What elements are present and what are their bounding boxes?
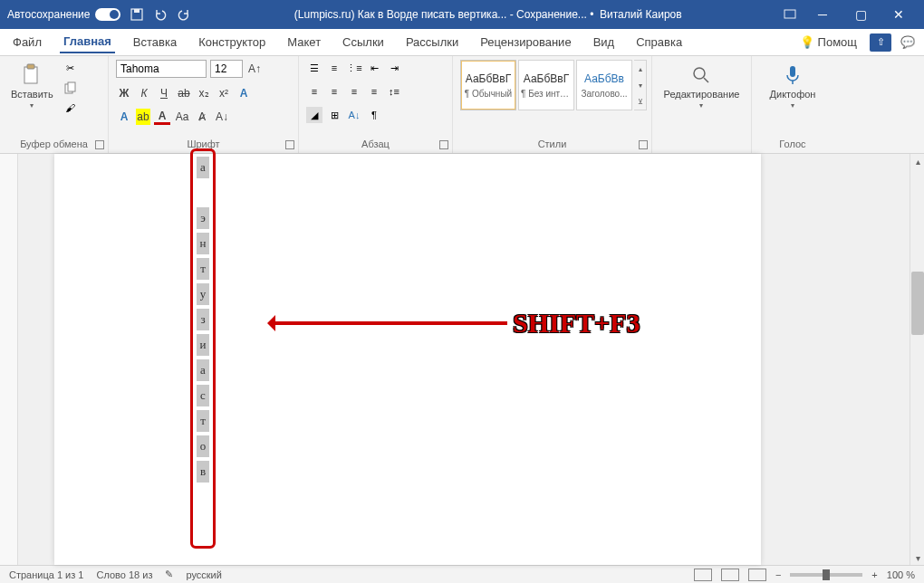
- word-count[interactable]: Слово 18 из: [96, 569, 152, 580]
- undo-icon[interactable]: [153, 7, 168, 22]
- vertical-scrollbar[interactable]: ▴ ▾: [910, 154, 924, 565]
- align-center-icon[interactable]: ≡: [326, 83, 342, 100]
- font-name-combo[interactable]: Tahoma: [116, 60, 207, 78]
- style-heading1[interactable]: АаБбВв Заголово...: [576, 60, 632, 110]
- share-button[interactable]: ⇧: [870, 33, 891, 52]
- scroll-up-icon[interactable]: ▴: [910, 154, 924, 168]
- char[interactable]: в: [197, 461, 209, 483]
- zoom-slider[interactable]: [790, 573, 862, 577]
- decrease-indent-icon[interactable]: ⇤: [366, 60, 382, 76]
- tab-file[interactable]: Файл: [9, 32, 45, 53]
- char[interactable]: и: [197, 334, 209, 356]
- font-dialog-launcher[interactable]: [285, 140, 294, 149]
- char[interactable]: э: [197, 207, 209, 229]
- spellcheck-icon[interactable]: ✎: [165, 569, 173, 580]
- char[interactable]: у: [197, 283, 209, 305]
- char[interactable]: а: [197, 157, 209, 178]
- multilevel-icon[interactable]: ⋮≡: [346, 60, 362, 76]
- justify-icon[interactable]: ≡: [366, 83, 382, 100]
- char[interactable]: с: [197, 385, 209, 406]
- highlight-icon[interactable]: ab: [136, 109, 150, 125]
- tab-design[interactable]: Конструктор: [195, 32, 269, 53]
- shrink-font-icon[interactable]: A↓: [214, 109, 230, 125]
- numbering-icon[interactable]: ≡: [326, 60, 342, 76]
- paste-button[interactable]: Вставить ▾: [7, 60, 57, 113]
- line-spacing-icon[interactable]: ↕≡: [386, 83, 402, 100]
- tab-insert[interactable]: Вставка: [130, 32, 180, 53]
- vertical-ruler[interactable]: [0, 154, 18, 565]
- show-marks-icon[interactable]: ¶: [366, 107, 382, 123]
- strike-button[interactable]: ab: [176, 85, 192, 101]
- clear-format-icon[interactable]: A̷: [194, 109, 210, 125]
- char[interactable]: [197, 182, 209, 204]
- minimize-button[interactable]: ─: [804, 0, 841, 29]
- scrollbar-thumb[interactable]: [911, 272, 924, 335]
- document-area: а э н т у з и а с т о в SHIFT+F3 ▴ ▾: [0, 154, 924, 565]
- gallery-down-icon[interactable]: ▾: [634, 77, 646, 93]
- borders-icon[interactable]: ⊞: [326, 107, 342, 123]
- language-indicator[interactable]: русский: [186, 569, 221, 580]
- redo-icon[interactable]: [177, 7, 191, 22]
- close-button[interactable]: ✕: [881, 0, 917, 29]
- tab-references[interactable]: Ссылки: [339, 32, 388, 53]
- view-read-icon[interactable]: [694, 569, 712, 581]
- char[interactable]: т: [197, 410, 209, 432]
- zoom-level[interactable]: 100 %: [887, 569, 915, 580]
- view-web-icon[interactable]: [748, 569, 766, 581]
- tab-layout[interactable]: Макет: [284, 32, 324, 53]
- scroll-down-icon[interactable]: ▾: [910, 550, 924, 565]
- save-icon[interactable]: [130, 7, 144, 22]
- char[interactable]: а: [197, 359, 209, 381]
- dictate-button[interactable]: Диктофон ▾: [766, 60, 820, 113]
- document-page[interactable]: а э н т у з и а с т о в SHIFT+F3: [54, 154, 761, 565]
- grow-font-icon[interactable]: A↑: [246, 61, 263, 77]
- copy-icon[interactable]: [63, 80, 79, 96]
- text-effects-icon[interactable]: A: [236, 85, 252, 101]
- align-right-icon[interactable]: ≡: [346, 83, 362, 100]
- styles-dialog-launcher[interactable]: [639, 140, 648, 149]
- gallery-more-icon[interactable]: ⊻: [634, 93, 646, 110]
- style-no-spacing[interactable]: АаБбВвГ ¶ Без инте...: [518, 60, 574, 110]
- page-indicator[interactable]: Страница 1 из 1: [9, 569, 83, 580]
- group-voice: Диктофон ▾ Голос: [752, 56, 833, 153]
- char[interactable]: т: [197, 258, 209, 280]
- font-color2-icon[interactable]: A: [154, 109, 170, 125]
- comments-icon[interactable]: 💬: [900, 35, 915, 50]
- tab-help[interactable]: Справка: [632, 32, 686, 53]
- cut-icon[interactable]: ✂: [63, 60, 79, 76]
- view-print-icon[interactable]: [721, 569, 739, 581]
- italic-button[interactable]: К: [136, 85, 152, 101]
- format-painter-icon[interactable]: 🖌: [63, 100, 79, 116]
- change-case-icon[interactable]: Aa: [174, 109, 190, 125]
- tab-mailings[interactable]: Рассылки: [402, 32, 462, 53]
- align-left-icon[interactable]: ≡: [306, 83, 322, 100]
- maximize-button[interactable]: ▢: [842, 0, 879, 29]
- tab-home[interactable]: Главная: [60, 31, 115, 53]
- char[interactable]: з: [197, 309, 209, 330]
- ribbon-display-icon[interactable]: [783, 7, 797, 22]
- find-button[interactable]: Редактирование ▾: [660, 60, 744, 113]
- shading-icon[interactable]: ◢: [306, 107, 322, 123]
- autosave-toggle[interactable]: Автосохранение: [7, 8, 120, 21]
- style-normal[interactable]: АаБбВвГ ¶ Обычный: [460, 60, 516, 110]
- char[interactable]: о: [197, 435, 209, 457]
- tab-review[interactable]: Рецензирование: [476, 32, 574, 53]
- superscript-button[interactable]: x²: [216, 85, 232, 101]
- zoom-out-icon[interactable]: −: [775, 569, 781, 580]
- font-color-icon[interactable]: A: [116, 109, 132, 125]
- window-controls: ─ ▢ ✕: [804, 0, 917, 29]
- zoom-in-icon[interactable]: +: [871, 569, 877, 580]
- font-size-combo[interactable]: 12: [210, 60, 243, 78]
- subscript-button[interactable]: x₂: [196, 85, 212, 101]
- tab-assist[interactable]: 💡 Помощ: [796, 32, 861, 53]
- char[interactable]: н: [197, 233, 209, 254]
- gallery-up-icon[interactable]: ▴: [634, 61, 646, 77]
- sort-icon[interactable]: A↓: [346, 107, 362, 123]
- paragraph-dialog-launcher[interactable]: [439, 140, 448, 149]
- clipboard-dialog-launcher[interactable]: [95, 140, 104, 149]
- underline-button[interactable]: Ч: [156, 85, 172, 101]
- bullets-icon[interactable]: ☰: [306, 60, 322, 76]
- bold-button[interactable]: Ж: [116, 85, 132, 101]
- tab-view[interactable]: Вид: [590, 32, 619, 53]
- increase-indent-icon[interactable]: ⇥: [386, 60, 402, 76]
